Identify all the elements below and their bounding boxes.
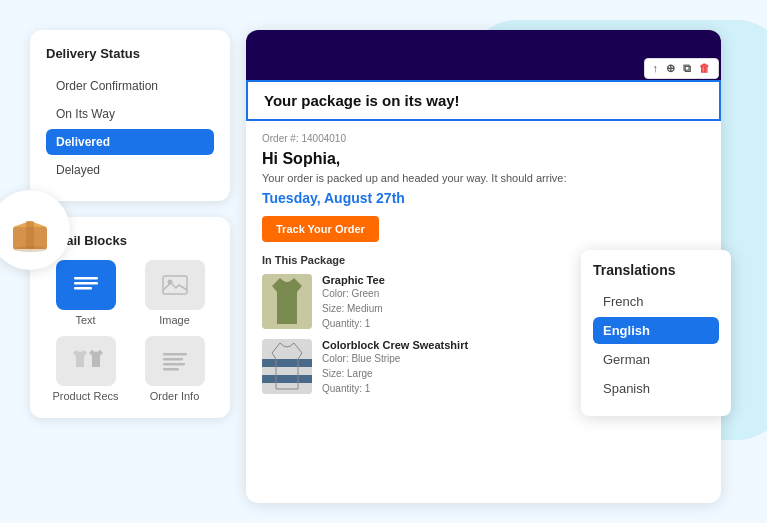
toolbar-delete[interactable]: 🗑	[697, 61, 712, 76]
tshirt-icon	[69, 348, 103, 374]
image-block-item[interactable]: Image	[135, 260, 214, 326]
email-toolbar: ↑ ⊕ ⧉ 🗑	[644, 58, 720, 79]
box-icon	[5, 205, 55, 255]
svg-rect-5	[163, 353, 187, 356]
order-info-lines-icon	[160, 350, 190, 372]
greeting: Hi Sophia,	[262, 150, 705, 168]
text-block-label: Text	[75, 314, 95, 326]
text-block-item[interactable]: Text	[46, 260, 125, 326]
svg-rect-7	[163, 363, 185, 366]
svg-rect-14	[262, 359, 312, 367]
order-info-block-label: Order Info	[150, 390, 200, 402]
translation-german[interactable]: German	[593, 346, 719, 373]
toolbar-copy[interactable]: ⧉	[681, 61, 693, 76]
delivery-date: Tuesday, August 27th	[262, 190, 705, 206]
image-placeholder-icon	[160, 274, 190, 296]
translations-panel: Translations French English German Spani…	[581, 250, 731, 416]
svg-rect-8	[163, 368, 179, 371]
product-recs-block-icon	[56, 336, 116, 386]
svg-rect-1	[74, 282, 98, 285]
product-image-1	[262, 274, 312, 329]
svg-rect-0	[74, 277, 98, 280]
email-blocks-title: Email Blocks	[46, 233, 214, 248]
order-info-block-icon	[145, 336, 205, 386]
delivery-status-title: Delivery Status	[46, 46, 214, 61]
status-delayed[interactable]: Delayed	[46, 157, 214, 183]
email-highlighted-row[interactable]: Your package is on its way! ↑ ⊕ ⧉ 🗑	[246, 80, 721, 121]
product-recs-block-label: Product Recs	[52, 390, 118, 402]
status-on-its-way[interactable]: On Its Way	[46, 101, 214, 127]
svg-point-11	[13, 246, 47, 252]
order-number: Order #: 14004010	[262, 133, 705, 144]
translations-title: Translations	[593, 262, 719, 278]
status-delivered[interactable]: Delivered	[46, 129, 214, 155]
track-order-button[interactable]: Track Your Order	[262, 216, 379, 242]
highlighted-text: Your package is on its way!	[264, 92, 460, 109]
svg-rect-10	[26, 221, 34, 249]
status-order-confirmation[interactable]: Order Confirmation	[46, 73, 214, 99]
toolbar-move-up[interactable]: ↑	[651, 61, 661, 76]
blocks-grid: Text Image	[46, 260, 214, 402]
svg-rect-3	[163, 276, 187, 294]
image-block-icon	[145, 260, 205, 310]
image-block-label: Image	[159, 314, 190, 326]
svg-rect-2	[74, 287, 92, 290]
product-recs-block-item[interactable]: Product Recs	[46, 336, 125, 402]
order-info-block-item[interactable]: Order Info	[135, 336, 214, 402]
subtext: Your order is packed up and headed your …	[262, 172, 705, 184]
svg-rect-15	[262, 375, 312, 383]
svg-rect-6	[163, 358, 183, 361]
text-lines-icon	[71, 274, 101, 296]
product-image-2	[262, 339, 312, 394]
translation-english[interactable]: English	[593, 317, 719, 344]
delivery-status-panel: Delivery Status Order Confirmation On It…	[30, 30, 230, 201]
toolbar-add[interactable]: ⊕	[664, 61, 677, 76]
email-preview-panel: Your package is on its way! ↑ ⊕ ⧉ 🗑 Orde…	[246, 30, 721, 503]
text-block-icon	[56, 260, 116, 310]
translation-french[interactable]: French	[593, 288, 719, 315]
translation-spanish[interactable]: Spanish	[593, 375, 719, 402]
